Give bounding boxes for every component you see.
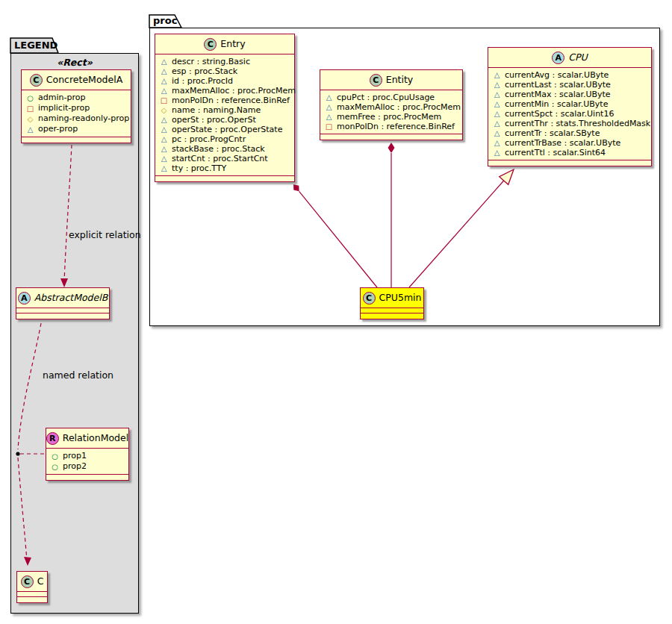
attribute-text: name : naming.Name: [172, 105, 261, 115]
attributes-compartment: cpuPct : proc.CpuUsage maxMemAlloc : pro…: [320, 90, 462, 134]
class-title: C CPU5min: [361, 288, 423, 308]
naming-readonly-prop-icon: [26, 114, 34, 124]
attribute-row: currentSpct : scalar.Uint16: [493, 109, 645, 119]
oper-prop-icon: [493, 99, 501, 109]
admin-prop-icon: [26, 93, 34, 103]
attribute-row: prop2: [51, 461, 122, 472]
attribute-text: currentTr : scalar.SByte: [505, 128, 600, 138]
attribute-text: stackBase : proc.Stack: [172, 144, 265, 154]
class-spot-icon: C: [363, 292, 376, 305]
attribute-row: currentLast : scalar.UByte: [493, 80, 645, 90]
oper-prop-icon: [160, 144, 168, 154]
oper-prop-icon: [325, 112, 333, 122]
empty-methods-compartment: [155, 176, 294, 181]
empty-methods-compartment: [22, 137, 131, 143]
oper-prop-icon: [160, 66, 168, 76]
attributes-compartment: admin-prop implicit-prop naming-readonly…: [22, 90, 131, 137]
attribute-row: currentTr : scalar.SByte: [493, 128, 645, 138]
class-title: C ConcreteModelA: [22, 70, 131, 90]
attribute-text: maxMemAlloc : proc.ProcMem: [172, 86, 296, 96]
relation-spot-icon: R: [46, 432, 59, 445]
class-spot-icon: C: [204, 38, 217, 51]
attributes-compartment: currentAvg : scalar.UByte currentLast : …: [488, 68, 651, 160]
attribute-text: currentTtl : scalar.Sint64: [505, 148, 606, 157]
oper-prop-icon: [160, 134, 168, 144]
empty-methods-compartment: [17, 597, 47, 602]
implicit-prop-icon: [26, 104, 34, 113]
oper-prop-icon: [493, 80, 501, 90]
attribute-text: startCnt : proc.StartCnt: [172, 154, 268, 163]
attribute-row: oper-prop: [26, 124, 125, 134]
oper-prop-icon: [160, 86, 168, 96]
class-relation-model: R RelationModel prop1 prop2: [46, 428, 129, 481]
attribute-row: pc : proc.ProgCntr: [160, 134, 288, 144]
attribute-text: prop1: [63, 451, 87, 461]
attribute-row: monPolDn : reference.BinRef: [160, 96, 288, 105]
class-c: C C: [16, 571, 48, 603]
attribute-row: name : naming.Name: [160, 105, 288, 115]
edge-label-explicit-relation: explicit relation: [69, 229, 141, 240]
attribute-row: descr : string.Basic: [160, 57, 288, 66]
attribute-row: operSt : proc.OperSt: [160, 115, 288, 125]
empty-methods-compartment: [16, 313, 109, 319]
class-title: C Entry: [155, 34, 294, 54]
abstract-spot-icon: A: [552, 52, 564, 64]
attribute-row: currentMax : scalar.UByte: [493, 90, 645, 99]
class-cpu5min-highlighted: C CPU5min: [360, 287, 424, 319]
class-entity: C Entity cpuPct : proc.CpuUsage maxMemAl…: [320, 69, 463, 140]
oper-prop-icon: [493, 119, 501, 128]
attribute-text: operSt : proc.OperSt: [172, 115, 256, 125]
class-name: AbstractModelB: [34, 291, 108, 305]
attributes-compartment: descr : string.Basic esp : proc.Stack id…: [155, 54, 294, 176]
empty-methods-compartment: [361, 313, 423, 319]
class-name: CPU5min: [379, 291, 422, 305]
attribute-text: prop2: [63, 461, 87, 472]
empty-methods-compartment: [46, 475, 128, 480]
attribute-text: memFree : proc.ProcMem: [337, 112, 441, 122]
attribute-row: currentAvg : scalar.UByte: [493, 70, 645, 80]
attribute-text: pc : proc.ProgCntr: [172, 134, 246, 144]
oper-prop-icon: [325, 93, 333, 102]
class-title: R RelationModel: [46, 428, 128, 449]
attribute-row: cpuPct : proc.CpuUsage: [325, 93, 456, 102]
oper-prop-icon: [160, 125, 168, 134]
class-spot-icon: C: [370, 74, 382, 87]
class-spot-icon: C: [21, 575, 34, 588]
class-name: ConcreteModelA: [46, 73, 122, 87]
admin-prop-icon: [51, 462, 59, 472]
attribute-row: currentThr : stats.ThresholdedMask: [493, 119, 645, 128]
empty-methods-compartment: [320, 134, 462, 140]
attribute-text: currentAvg : scalar.UByte: [505, 70, 609, 80]
oper-prop-icon: [26, 125, 34, 134]
edge-label-named-relation: named relation: [43, 369, 113, 381]
abstract-spot-icon: A: [18, 292, 31, 305]
empty-attributes-compartment: [16, 308, 109, 313]
class-name: C: [37, 575, 44, 588]
attribute-row: id : proc.ProcId: [160, 76, 288, 86]
oper-prop-icon: [160, 115, 168, 125]
attribute-row: naming-readonly-prop: [26, 113, 125, 124]
attribute-text: implicit-prop: [38, 103, 90, 113]
attribute-row: startCnt : proc.StartCnt: [160, 154, 288, 163]
oper-prop-icon: [493, 148, 501, 157]
legend-package-tab-label: LEGEND: [14, 40, 57, 52]
attribute-text: naming-readonly-prop: [38, 113, 129, 124]
attribute-row: stackBase : proc.Stack: [160, 144, 288, 154]
oper-prop-icon: [493, 138, 501, 148]
attribute-text: currentMax : scalar.UByte: [505, 90, 611, 99]
naming-readonly-prop-icon: [160, 105, 168, 115]
empty-attributes-compartment: [17, 592, 47, 597]
legend-stereotype-text: «Rect»: [10, 57, 139, 68]
class-entry: C Entry descr : string.Basic esp : proc.…: [155, 34, 295, 182]
attribute-text: currentLast : scalar.UByte: [505, 80, 611, 90]
attribute-text: currentSpct : scalar.Uint16: [505, 109, 614, 119]
attribute-row: monPolDn : reference.BinRef: [325, 122, 456, 131]
class-title: A CPU: [488, 48, 651, 68]
proc-package-tab-label: proc: [153, 15, 177, 27]
attribute-row: admin-prop: [26, 93, 125, 103]
attribute-row: currentTrBase : scalar.UByte: [493, 138, 645, 148]
class-title: C C: [17, 572, 47, 592]
attribute-row: esp : proc.Stack: [160, 66, 288, 76]
attribute-text: esp : proc.Stack: [172, 66, 237, 76]
attribute-text: tty : proc.TTY: [172, 163, 226, 173]
